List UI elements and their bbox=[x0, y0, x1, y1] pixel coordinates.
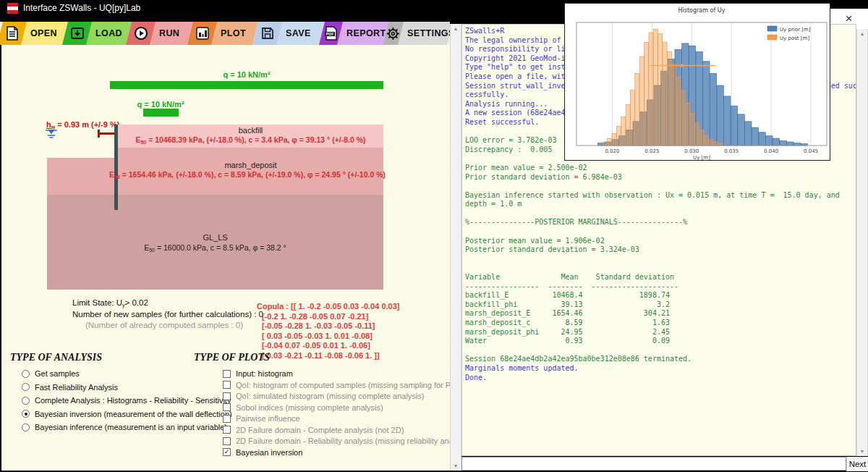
hist-bar-series-1 bbox=[616, 126, 621, 146]
checkbox-icon[interactable] bbox=[223, 381, 231, 389]
hist-bar-series-0 bbox=[731, 106, 737, 146]
console-line: backfill_phi 39.13 3.2 bbox=[465, 300, 856, 310]
console-line: Done. bbox=[465, 374, 856, 383]
analysis-option-1[interactable]: Fast Reliability Analysis bbox=[22, 383, 118, 392]
console-line bbox=[465, 264, 856, 273]
plot-option-label: Bayesian inversion bbox=[236, 448, 302, 457]
open-label: OPEN bbox=[30, 28, 57, 38]
hist-bar-series-1 bbox=[704, 136, 708, 146]
surcharge-top-bar bbox=[110, 81, 383, 89]
strut-line bbox=[98, 132, 116, 135]
report-button[interactable]: PDF REPORT bbox=[319, 22, 388, 45]
radio-icon[interactable] bbox=[22, 383, 30, 391]
plot-option-2[interactable]: QoI: simulated histogram (missing comple… bbox=[223, 392, 424, 400]
console-scroll-up-icon[interactable]: ▲ bbox=[857, 31, 867, 36]
x-tick-label: 0.035 bbox=[724, 148, 739, 154]
strut-cap bbox=[98, 130, 100, 138]
legend-label: Uy post [m] bbox=[780, 35, 809, 41]
copula-line: [ 0.03 -0.21 -0.11 -0.08 -0.06 1. ]] bbox=[257, 351, 399, 361]
surcharge-small-bar bbox=[143, 109, 179, 117]
new-samples-line: Number of new samples (for further calcu… bbox=[72, 310, 263, 319]
hist-bar-series-1 bbox=[639, 56, 644, 146]
hist-bar-series-1 bbox=[626, 105, 630, 146]
load-label: LOAD bbox=[95, 28, 122, 38]
limit-state-block: Limit State: Uy> 0.02 Number of new samp… bbox=[72, 298, 263, 332]
checkbox-icon[interactable] bbox=[223, 426, 231, 434]
computed-samples-line: (Number of already computed samples : 0) bbox=[72, 321, 263, 329]
analysis-option-label: Fast Reliability Analysis bbox=[35, 383, 118, 392]
radio-icon[interactable] bbox=[22, 410, 30, 418]
console-line: Bayesian inference started with observat… bbox=[465, 191, 856, 201]
hist-bar-series-0 bbox=[710, 73, 716, 146]
run-label: RUN bbox=[159, 28, 179, 38]
plot-option-7[interactable]: ✓Bayesian inversion bbox=[223, 448, 302, 457]
checkbox-icon[interactable]: ✓ bbox=[223, 448, 231, 456]
hist-bar-series-0 bbox=[745, 122, 752, 146]
console-line: depth = 1.0 m bbox=[465, 200, 856, 209]
analysis-option-4[interactable]: Bayesian inference (measurement is an in… bbox=[22, 423, 227, 431]
checkbox-icon[interactable] bbox=[223, 392, 231, 400]
console-line bbox=[465, 227, 856, 237]
hist-bar-series-0 bbox=[787, 142, 793, 146]
analysis-option-0[interactable]: Get samples bbox=[22, 369, 80, 378]
legend-swatch bbox=[767, 35, 777, 40]
glls-params: E50 = 16000.0 kPa, c = 8.5 kPa, φ = 38.2… bbox=[47, 243, 383, 253]
console-line: Prior mean value = 2.500e-02 bbox=[465, 164, 856, 173]
command-input[interactable] bbox=[461, 457, 846, 471]
plot-option-3[interactable]: Sobol indices (missing complete analysis… bbox=[223, 403, 383, 412]
checkbox-icon[interactable] bbox=[223, 403, 231, 411]
plot-option-label: QoI: histogram of computed samples (miss… bbox=[236, 381, 450, 389]
save-button[interactable]: SAVE bbox=[252, 22, 325, 45]
x-tick-label: 0.040 bbox=[764, 148, 778, 154]
hist-bar-series-1 bbox=[699, 130, 704, 146]
surcharge-small-label: q = 10 kN/m² bbox=[110, 100, 211, 109]
open-button[interactable]: OPEN bbox=[0, 22, 68, 45]
next-button[interactable]: Next bbox=[846, 457, 868, 471]
hist-bar-series-0 bbox=[780, 140, 786, 146]
hist-bar-series-0 bbox=[717, 85, 723, 146]
analysis-option-3[interactable]: Bayesian inversion (measurement of the w… bbox=[22, 410, 232, 418]
legend-label: Uy prior [m] bbox=[780, 27, 811, 33]
console-line: Variable Mean Standard deviation bbox=[465, 273, 856, 282]
plot-button[interactable]: PLOT bbox=[187, 22, 258, 45]
hist-bar-series-1 bbox=[635, 73, 639, 146]
plot-option-4[interactable]: Pairwise influence bbox=[223, 414, 300, 423]
legend-swatch bbox=[767, 26, 777, 31]
limit-state-line: Limit State: Uy> 0.02 bbox=[72, 298, 263, 308]
canvas-scroll-down-icon[interactable]: ▼ bbox=[451, 463, 461, 468]
console-line: marsh_deposit_E 1654.46 304.21 bbox=[465, 309, 856, 319]
console-line: Marginals moments updated. bbox=[465, 364, 856, 374]
app-window: Interface ZSWalls - UQ[py]Lab × OPEN LOA… bbox=[0, 0, 868, 472]
hist-bar-series-1 bbox=[649, 33, 653, 146]
canvas-scroll-up-icon[interactable]: ▲ bbox=[451, 26, 461, 31]
plot-option-5[interactable]: 2D Failure domain - Complete analysis (n… bbox=[223, 426, 404, 434]
checkbox-icon[interactable] bbox=[223, 370, 231, 378]
histogram-popup: Histogram of Uy0.0200.0250.0300.0350.040… bbox=[564, 3, 830, 161]
x-tick-label: 0.030 bbox=[684, 148, 699, 154]
load-button[interactable]: LOAD bbox=[62, 22, 132, 45]
plot-option-0[interactable]: Input: histogram bbox=[223, 369, 293, 378]
hist-bar-series-1 bbox=[603, 142, 607, 146]
settings-button[interactable]: SETTINGS bbox=[383, 22, 450, 45]
hist-bar-series-1 bbox=[709, 140, 713, 146]
console-scrollbar[interactable]: ▲ ▼ bbox=[856, 29, 868, 456]
report-label: REPORT bbox=[346, 28, 386, 38]
checkbox-icon[interactable] bbox=[223, 415, 231, 423]
hist-bar-series-1 bbox=[672, 64, 676, 146]
radio-icon[interactable] bbox=[22, 397, 30, 405]
console-scroll-down-icon[interactable]: ▼ bbox=[857, 449, 867, 454]
console-line: Posterior standard deviation = 3.324e-03 bbox=[465, 245, 856, 255]
plot-option-6[interactable]: 2D Failure domain - Reliability analysis… bbox=[223, 437, 450, 445]
run-button[interactable]: RUN bbox=[126, 22, 193, 45]
canvas-scrollbar[interactable]: ▲ ▼ bbox=[450, 24, 461, 471]
copula-line: [-0.05 -0.28 1. -0.03 -0.05 -0.11] bbox=[257, 321, 399, 332]
hist-bar-series-1 bbox=[630, 90, 634, 146]
plot-option-1[interactable]: QoI: histogram of computed samples (miss… bbox=[223, 381, 450, 389]
radio-icon[interactable] bbox=[22, 423, 30, 431]
x-tick-label: 0.025 bbox=[644, 148, 659, 154]
checkbox-icon[interactable] bbox=[223, 437, 231, 445]
radio-icon[interactable] bbox=[22, 370, 30, 378]
analysis-option-2[interactable]: Complete Analysis : Histograms - Reliabi… bbox=[22, 396, 231, 405]
console-line: %---------------POSTERIOR MARGINALS-----… bbox=[465, 218, 856, 227]
app-icon bbox=[7, 3, 18, 14]
